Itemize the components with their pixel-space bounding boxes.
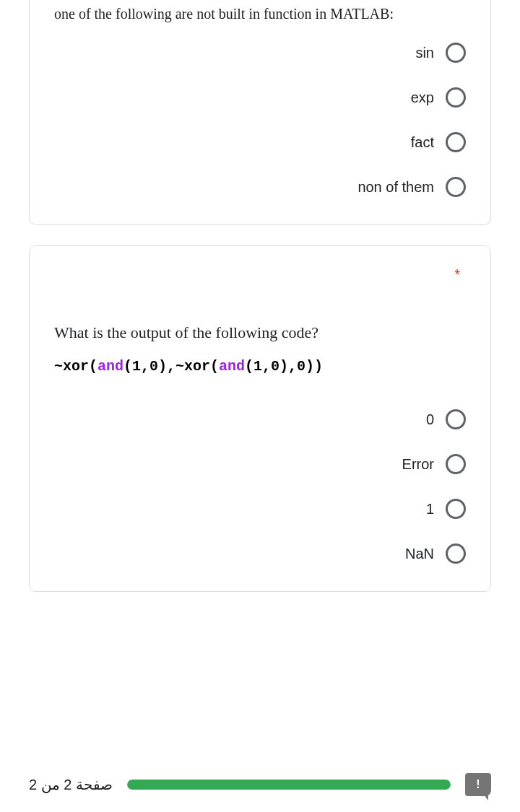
code-text: (1,0),0)) (245, 358, 323, 375)
option-none[interactable]: non of them (358, 177, 466, 197)
report-button[interactable]: ! (465, 773, 491, 796)
option-label: sin (415, 45, 434, 61)
option-0[interactable]: 0 (426, 409, 466, 429)
required-mark: * (54, 266, 466, 283)
page-indicator: صفحة 2 من 2 (29, 776, 113, 793)
question-1-card: one of the following are not built in fu… (29, 0, 491, 225)
code-keyword: and (98, 358, 124, 375)
radio-icon (446, 543, 466, 564)
question-1-options: sin exp fact non of them (54, 43, 466, 197)
progress-bar (127, 780, 451, 790)
option-label: fact (411, 134, 434, 151)
question-1-title: one of the following are not built in fu… (54, 6, 466, 22)
code-block: ~xor(and(1,0),~xor(and(1,0),0)) (54, 358, 466, 375)
option-label: non of them (358, 179, 434, 196)
form-footer: صفحة 2 من 2 ! (29, 773, 491, 796)
question-2-options: 0 Error 1 NaN (54, 409, 466, 564)
radio-icon (446, 43, 466, 63)
question-2-title: What is the output of the following code… (54, 323, 466, 342)
radio-icon (446, 409, 466, 429)
option-label: NaN (405, 546, 434, 562)
radio-icon (446, 132, 466, 152)
option-label: exp (411, 90, 434, 106)
radio-icon (446, 454, 466, 474)
code-text: ~xor( (54, 358, 98, 375)
code-keyword: and (219, 358, 245, 375)
radio-icon (446, 499, 466, 519)
option-error[interactable]: Error (402, 454, 466, 474)
progress-fill (127, 780, 451, 790)
option-label: Error (402, 456, 434, 473)
option-exp[interactable]: exp (411, 87, 466, 108)
exclamation-icon: ! (476, 778, 480, 791)
option-1[interactable]: 1 (426, 499, 466, 519)
radio-icon (446, 177, 466, 197)
radio-icon (446, 87, 466, 108)
option-label: 0 (426, 411, 434, 428)
option-fact[interactable]: fact (411, 132, 466, 152)
option-nan[interactable]: NaN (405, 543, 466, 564)
code-text: (1,0),~xor( (124, 358, 219, 375)
question-2-card: * What is the output of the following co… (29, 245, 491, 592)
option-label: 1 (426, 501, 434, 518)
option-sin[interactable]: sin (415, 43, 466, 63)
